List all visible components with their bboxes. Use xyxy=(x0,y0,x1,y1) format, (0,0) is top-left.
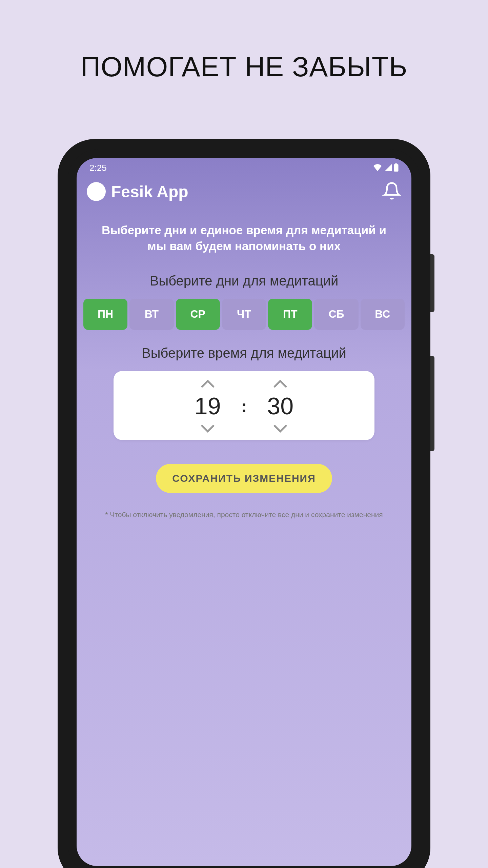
wifi-icon xyxy=(373,164,382,173)
svg-rect-1 xyxy=(395,163,398,164)
phone-frame: 2:25 Fesik App xyxy=(58,139,430,868)
minute-up-icon[interactable] xyxy=(273,378,288,389)
app-name: Fesik App xyxy=(111,182,188,201)
days-row: ПН ВТ СР ЧТ ПТ СБ ВС xyxy=(77,289,411,333)
app-logo-icon xyxy=(87,182,106,201)
hour-up-icon[interactable] xyxy=(200,378,215,389)
minute-down-icon[interactable] xyxy=(273,424,288,434)
days-section-title: Выберите дни для медитаций xyxy=(77,273,411,289)
app-header: Fesik App xyxy=(77,175,411,209)
app-brand: Fesik App xyxy=(87,182,188,201)
time-picker: 19 : 30 xyxy=(114,371,374,440)
save-button[interactable]: СОХРАНИТЬ ИЗМЕНЕНИЯ xyxy=(156,464,332,493)
day-btn-sat[interactable]: СБ xyxy=(314,299,358,330)
svg-rect-0 xyxy=(394,164,398,172)
status-bar: 2:25 xyxy=(77,158,411,175)
hour-value[interactable]: 19 xyxy=(195,391,221,422)
day-btn-mon[interactable]: ПН xyxy=(83,299,127,330)
phone-side-button xyxy=(430,254,434,312)
status-icons xyxy=(373,163,399,173)
day-btn-sun[interactable]: ВС xyxy=(361,299,405,330)
time-separator: : xyxy=(241,396,247,416)
minute-value[interactable]: 30 xyxy=(267,391,293,422)
phone-screen: 2:25 Fesik App xyxy=(77,158,411,866)
day-btn-wed[interactable]: СР xyxy=(176,299,220,330)
phone-bezel: 2:25 Fesik App xyxy=(68,149,420,868)
time-section-title: Выберите время для медитаций xyxy=(77,346,411,361)
bell-icon[interactable] xyxy=(382,181,401,202)
minute-column: 30 xyxy=(267,378,293,434)
phone-side-button xyxy=(430,356,434,451)
cell-signal-icon xyxy=(384,164,392,173)
page-title: ПОМОГАЕТ НЕ ЗАБЫТЬ xyxy=(0,0,488,83)
footnote-text: * Чтобы отключить уведомления, просто от… xyxy=(77,493,411,520)
hour-down-icon[interactable] xyxy=(200,424,215,434)
day-btn-thu[interactable]: ЧТ xyxy=(222,299,266,330)
day-btn-tue[interactable]: ВТ xyxy=(129,299,174,330)
intro-text: Выберите дни и единое время для медитаци… xyxy=(77,209,411,261)
battery-icon xyxy=(394,163,399,173)
hour-column: 19 xyxy=(195,378,221,434)
day-btn-fri[interactable]: ПТ xyxy=(268,299,312,330)
status-time: 2:25 xyxy=(89,163,107,173)
